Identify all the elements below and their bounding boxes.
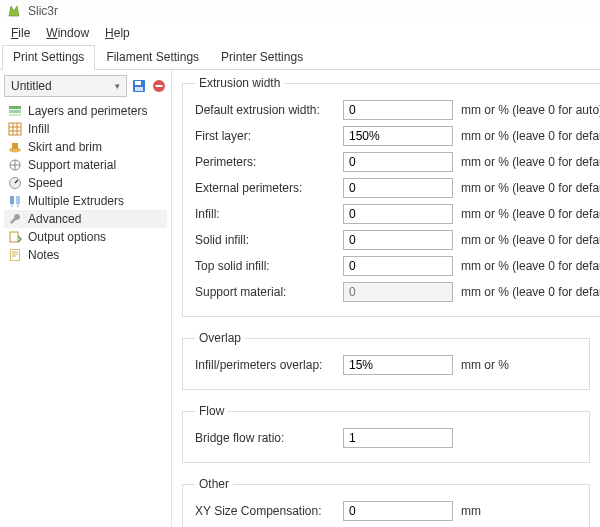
delete-profile-button[interactable] <box>151 78 167 94</box>
infill-icon <box>8 122 22 136</box>
solid-infill-label: Solid infill: <box>195 233 335 247</box>
perimeters-label: Perimeters: <box>195 155 335 169</box>
svg-rect-8 <box>9 123 21 135</box>
svg-rect-10 <box>12 143 18 149</box>
chevron-down-icon: ▾ <box>115 81 120 91</box>
sidebar-item-label: Speed <box>28 176 63 190</box>
sidebar-item-layers[interactable]: Layers and perimeters <box>4 102 167 120</box>
support-icon <box>8 158 22 172</box>
menubar: File Window Help <box>0 22 600 44</box>
svg-rect-13 <box>10 196 14 204</box>
infill-width-label: Infill: <box>195 207 335 221</box>
default-extrusion-label: Default extrusion width: <box>195 103 335 117</box>
sidebar-item-label: Support material <box>28 158 116 172</box>
external-perimeters-label: External perimeters: <box>195 181 335 195</box>
sidebar-item-skirt[interactable]: Skirt and brim <box>4 138 167 156</box>
group-other: Other XY Size Compensation: mm Threads: … <box>182 477 590 527</box>
group-legend: Flow <box>195 404 228 418</box>
sidebar-item-label: Skirt and brim <box>28 140 102 154</box>
group-legend: Overlap <box>195 331 245 345</box>
top-solid-infill-input[interactable] <box>343 256 453 276</box>
notes-icon <box>8 248 22 262</box>
layers-icon <box>8 104 22 118</box>
profile-selected-label: Untitled <box>11 79 52 93</box>
overlap-input[interactable] <box>343 355 453 375</box>
first-layer-unit: mm or % (leave 0 for default) <box>461 129 600 143</box>
solid-infill-unit: mm or % (leave 0 for default) <box>461 233 600 247</box>
support-material-width-label: Support material: <box>195 285 335 299</box>
top-solid-infill-label: Top solid infill: <box>195 259 335 273</box>
sidebar-item-infill[interactable]: Infill <box>4 120 167 138</box>
infill-width-unit: mm or % (leave 0 for default) <box>461 207 600 221</box>
sidebar-item-label: Multiple Extruders <box>28 194 124 208</box>
sidebar-tree: Layers and perimeters Infill Skirt and b… <box>4 102 167 264</box>
solid-infill-input[interactable] <box>343 230 453 250</box>
group-overlap: Overlap Infill/perimeters overlap: mm or… <box>182 331 590 390</box>
group-legend: Other <box>195 477 233 491</box>
svg-rect-14 <box>16 196 20 204</box>
sidebar-item-support[interactable]: Support material <box>4 156 167 174</box>
profile-select[interactable]: Untitled ▾ <box>4 75 127 97</box>
svg-rect-5 <box>9 106 21 109</box>
sidebar-item-advanced[interactable]: Advanced <box>4 210 167 228</box>
overlap-unit: mm or % <box>461 358 577 372</box>
content-pane: Extrusion width Default extrusion width:… <box>172 70 600 527</box>
sidebar-item-label: Infill <box>28 122 49 136</box>
sidebar-item-label: Layers and perimeters <box>28 104 147 118</box>
tab-filament-settings[interactable]: Filament Settings <box>95 45 210 70</box>
save-profile-button[interactable] <box>131 78 147 94</box>
support-material-width-input <box>343 282 453 302</box>
svg-rect-1 <box>135 81 141 85</box>
output-icon <box>8 230 22 244</box>
sidebar-item-label: Output options <box>28 230 106 244</box>
overlap-label: Infill/perimeters overlap: <box>195 358 335 372</box>
menu-file[interactable]: File <box>4 24 37 42</box>
wrench-icon <box>8 212 22 226</box>
support-material-width-unit: mm or % (leave 0 for default) <box>461 285 600 299</box>
infill-width-input[interactable] <box>343 204 453 224</box>
sidebar-item-output[interactable]: Output options <box>4 228 167 246</box>
group-legend: Extrusion width <box>195 76 284 90</box>
svg-rect-15 <box>10 232 18 242</box>
svg-rect-16 <box>11 250 20 261</box>
external-perimeters-unit: mm or % (leave 0 for default) <box>461 181 600 195</box>
menu-window[interactable]: Window <box>39 24 96 42</box>
default-extrusion-unit: mm or % (leave 0 for auto) <box>461 103 600 117</box>
sidebar-item-speed[interactable]: Speed <box>4 174 167 192</box>
sidebar-item-notes[interactable]: Notes <box>4 246 167 264</box>
svg-rect-4 <box>156 85 163 87</box>
group-flow: Flow Bridge flow ratio: <box>182 404 590 463</box>
sidebar: Untitled ▾ Layers and perimeters Infill … <box>0 70 172 527</box>
svg-rect-2 <box>135 87 143 91</box>
top-solid-infill-unit: mm or % (leave 0 for default) <box>461 259 600 273</box>
tab-print-settings[interactable]: Print Settings <box>2 45 95 70</box>
first-layer-label: First layer: <box>195 129 335 143</box>
svg-rect-6 <box>9 110 21 113</box>
group-extrusion-width: Extrusion width Default extrusion width:… <box>182 76 600 317</box>
external-perimeters-input[interactable] <box>343 178 453 198</box>
tabbar: Print Settings Filament Settings Printer… <box>0 44 600 70</box>
bridge-flow-input[interactable] <box>343 428 453 448</box>
perimeters-unit: mm or % (leave 0 for default) <box>461 155 600 169</box>
extruders-icon <box>8 194 22 208</box>
app-title: Slic3r <box>28 4 58 18</box>
xy-compensation-unit: mm <box>461 504 577 518</box>
xy-compensation-input[interactable] <box>343 501 453 521</box>
first-layer-input[interactable] <box>343 126 453 146</box>
sidebar-item-label: Advanced <box>28 212 81 226</box>
sidebar-item-extruders[interactable]: Multiple Extruders <box>4 192 167 210</box>
default-extrusion-input[interactable] <box>343 100 453 120</box>
titlebar: Slic3r <box>0 0 600 22</box>
sidebar-item-label: Notes <box>28 248 59 262</box>
bridge-flow-label: Bridge flow ratio: <box>195 431 335 445</box>
menu-help[interactable]: Help <box>98 24 137 42</box>
speed-icon <box>8 176 22 190</box>
perimeters-input[interactable] <box>343 152 453 172</box>
tab-printer-settings[interactable]: Printer Settings <box>210 45 314 70</box>
xy-compensation-label: XY Size Compensation: <box>195 504 335 518</box>
app-icon <box>6 3 22 19</box>
skirt-icon <box>8 140 22 154</box>
svg-rect-7 <box>9 114 21 116</box>
